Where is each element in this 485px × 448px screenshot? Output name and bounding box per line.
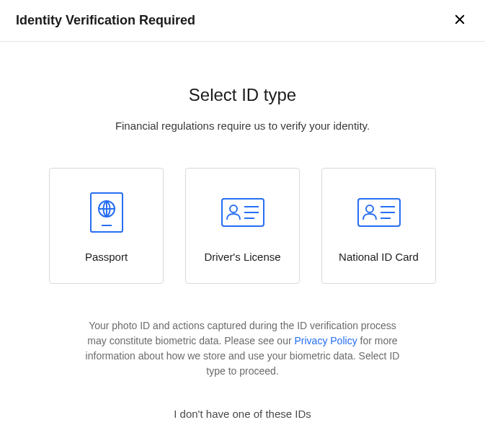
option-passport[interactable]: Passport: [49, 168, 164, 284]
privacy-policy-link[interactable]: Privacy Policy: [295, 335, 357, 346]
biometric-disclosure: Your photo ID and actions captured durin…: [84, 318, 401, 379]
page-subtitle: Financial regulations require us to veri…: [49, 120, 436, 132]
page-title: Select ID type: [49, 85, 436, 105]
option-drivers-license[interactable]: Driver's License: [185, 168, 300, 284]
dialog-header: Identity Verification Required: [0, 0, 485, 42]
option-label: Driver's License: [204, 251, 280, 263]
svg-point-13: [366, 205, 373, 212]
dialog-title: Identity Verification Required: [16, 13, 195, 28]
close-button[interactable]: [450, 10, 469, 31]
svg-point-8: [230, 205, 237, 212]
option-national-id[interactable]: National ID Card: [321, 168, 436, 284]
option-label: National ID Card: [339, 251, 419, 263]
passport-icon: [90, 194, 123, 230]
id-options: Passport Driver's License: [49, 168, 436, 284]
dialog-body: Select ID type Financial regulations req…: [0, 42, 485, 421]
id-card-icon: [357, 194, 401, 230]
option-label: Passport: [85, 251, 128, 263]
no-id-button[interactable]: I don't have one of these IDs: [174, 408, 311, 420]
close-icon: [453, 13, 466, 28]
id-card-icon: [221, 194, 264, 230]
